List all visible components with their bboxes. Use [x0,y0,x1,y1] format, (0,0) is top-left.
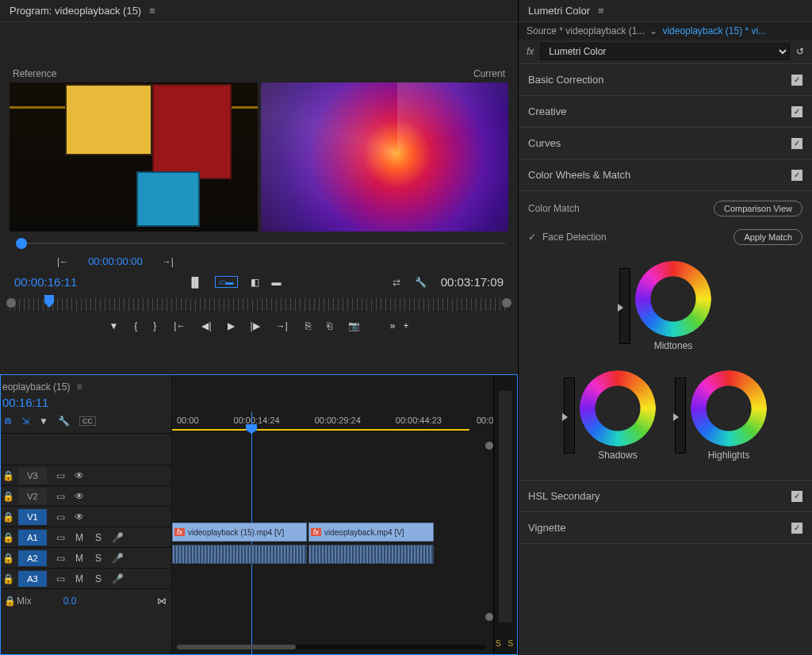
captions-icon[interactable]: CC [79,416,96,426]
go-in-icon[interactable]: |← [174,320,186,331]
track-v1[interactable]: V1 [18,509,47,525]
solo-icon[interactable]: S [93,532,104,543]
checkbox-icon[interactable]: ✓ [791,106,802,117]
go-to-out-icon[interactable]: →| [162,256,174,267]
chevron-down-icon[interactable]: ⌄ [649,25,657,36]
toggle-output-icon[interactable]: ▭ [55,491,66,502]
lift-icon[interactable]: ⎘ [305,320,311,331]
out-bracket-icon[interactable]: } [153,320,156,331]
current-preview[interactable] [261,82,509,232]
track-v3[interactable]: V3 [18,468,47,484]
solo-indicator[interactable]: S S [494,639,517,648]
extract-icon[interactable]: ⎗ [327,320,332,331]
section-vignette[interactable]: Vignette✓ [519,512,812,544]
midtones-luma-slider[interactable] [619,268,630,344]
mute-icon[interactable]: M [74,532,85,543]
checkbox-icon[interactable]: ✓ [791,75,802,86]
section-basic[interactable]: Basic Correction✓ [519,64,812,96]
fx-badge[interactable]: fx [527,46,534,57]
shadows-luma-slider[interactable] [564,377,575,454]
lock-icon[interactable]: 🔒 [1,532,15,543]
lock-icon[interactable]: 🔒 [1,511,15,523]
checkbox-icon[interactable]: ✓ [791,491,802,502]
full-icon[interactable]: ▬ [272,277,282,288]
comparison-view-button[interactable]: Comparison View [714,201,802,216]
midtones-wheel[interactable] [635,261,711,337]
section-hsl[interactable]: HSL Secondary✓ [519,481,812,512]
eye-icon[interactable]: 👁 [74,491,85,502]
checkbox-icon[interactable]: ✓ [791,523,802,534]
track-v2[interactable]: V2 [18,488,47,504]
mute-icon[interactable]: M [74,573,85,584]
zoom-slider[interactable] [177,645,485,649]
voice-icon[interactable]: 🎤 [112,553,124,564]
mix-value[interactable]: 0.0 [63,596,77,607]
wrench-icon[interactable]: 🔧 [415,277,427,288]
track-a2[interactable]: A2 [18,550,47,566]
in-bracket-icon[interactable]: { [134,320,137,331]
step-fwd-icon[interactable]: |▶ [251,320,260,331]
mute-icon[interactable]: M [74,553,85,564]
effect-select[interactable]: Lumetri Color [540,43,790,60]
add-button-icon[interactable]: + [404,320,409,331]
section-wheels[interactable]: Color Wheels & Match✓ [519,159,812,191]
audio-clip[interactable] [172,545,307,564]
eye-icon[interactable]: 👁 [74,470,85,481]
marker-tool-icon[interactable]: ▼ [39,416,48,427]
panel-menu-icon[interactable]: ≡ [149,5,155,17]
program-ruler[interactable] [10,298,508,311]
lock-icon[interactable]: 🔒 [1,553,15,564]
time-ruler[interactable]: 00:00 00:00:14:24 00:00:29:24 00:00:44:2… [172,412,493,429]
marker-icon[interactable]: ▼ [109,320,118,331]
scrub-timecode[interactable]: 00:00:00:00 [88,255,143,267]
checkbox-icon[interactable]: ✓ [791,170,802,181]
export-frame-icon[interactable]: 📷 [348,320,360,331]
comparison-icon[interactable]: ▐▌ [188,277,201,288]
lock-icon[interactable]: 🔒 [1,470,15,481]
toggle-output-icon[interactable]: ▭ [55,532,66,543]
more-icon[interactable]: » [390,320,396,331]
eye-icon[interactable]: 👁 [74,511,85,523]
source-breadcrumb[interactable]: Source * videoplayback (1... [527,25,645,36]
snap-icon[interactable]: ⋒ [4,416,12,427]
linked-sel-icon[interactable]: ⇲ [21,416,29,427]
track-a3[interactable]: A3 [18,571,47,587]
go-to-in-icon[interactable]: |← [57,256,69,267]
checkbox-icon[interactable]: ✓ [528,232,536,243]
reset-icon[interactable]: ↺ [796,46,804,57]
toggle-output-icon[interactable]: ▭ [55,511,66,523]
video-clip[interactable]: fxvideoplayback.mp4 [V] [308,523,434,542]
shadows-wheel[interactable] [580,370,656,446]
toggle-output-icon[interactable]: ▭ [55,470,66,481]
go-out-icon[interactable]: →| [276,320,288,331]
track-a1[interactable]: A1 [18,530,47,546]
split-icon[interactable]: ◧ [251,277,259,288]
checkbox-icon[interactable]: ✓ [791,138,802,149]
settings-wrench-icon[interactable]: 🔧 [58,416,70,427]
active-breadcrumb[interactable]: videoplayback (15) * vi... [662,25,766,36]
highlights-luma-slider[interactable] [675,377,686,454]
solo-icon[interactable]: S [93,553,104,564]
section-curves[interactable]: Curves✓ [519,128,812,159]
toggle-output-icon[interactable]: ▭ [55,553,66,564]
section-creative[interactable]: Creative✓ [519,96,812,128]
in-timecode[interactable]: 00:00:16:11 [14,275,77,289]
video-clip[interactable]: fxvideoplayback (15).mp4 [V] [172,523,307,542]
panel-menu-icon[interactable]: ≡ [76,381,82,393]
play-icon[interactable]: ▶ [228,320,235,331]
lock-icon[interactable]: 🔒 [1,491,15,502]
highlights-wheel[interactable] [691,370,767,446]
panel-menu-icon[interactable]: ≡ [598,5,604,17]
step-back-icon[interactable]: ◀| [201,320,211,331]
scrub-bar[interactable] [10,238,508,249]
audio-clip[interactable] [308,545,434,564]
solo-icon[interactable]: S [93,573,104,584]
toggle-output-icon[interactable]: ▭ [55,573,66,584]
lock-icon[interactable]: 🔒 [1,573,15,584]
reference-preview[interactable] [10,82,258,232]
apply-match-button[interactable]: Apply Match [733,229,802,245]
loop-icon[interactable]: ⇄ [393,277,400,288]
link-icon[interactable]: ⋈ [157,596,167,607]
voice-icon[interactable]: 🎤 [112,532,124,543]
shot-side-icon[interactable]: ▭▬ [215,276,238,288]
